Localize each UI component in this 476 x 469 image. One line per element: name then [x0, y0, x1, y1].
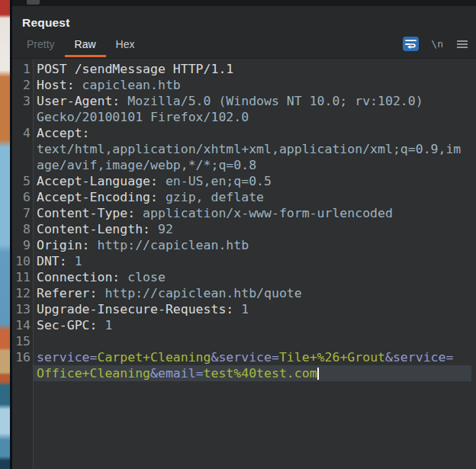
hamburger-glyph — [457, 40, 468, 49]
code-row: age/avif,image/webp,*/*;q=0.8 — [12, 157, 476, 173]
line-number: 6 — [12, 189, 34, 205]
burp-request-panel-screenshot: Request Pretty Raw Hex \n — [0, 0, 476, 469]
line-number: 11 — [12, 269, 34, 285]
code-text: Origin: http://capiclean.htb — [34, 237, 471, 253]
line-number: 5 — [12, 173, 34, 189]
line-number: 9 — [12, 237, 34, 253]
code-text: Upgrade-Insecure-Requests: 1 — [34, 301, 471, 317]
tab-hex[interactable]: Hex — [106, 31, 145, 57]
code-text — [34, 333, 471, 349]
code-row: 7Content-Type: application/x-www-form-ur… — [12, 205, 476, 221]
message-editor-tab-bar: Pretty Raw Hex \n — [12, 30, 476, 59]
code-text: age/avif,image/webp,*/*;q=0.8 — [34, 157, 471, 173]
code-text: text/html,application/xhtml+xml,applicat… — [34, 141, 471, 157]
code-row: Gecko/20100101 Firefox/102.0 — [12, 109, 476, 125]
line-number: 10 — [12, 253, 34, 269]
code-text: Sec-GPC: 1 — [34, 317, 471, 333]
code-area: 1POST /sendMessage HTTP/1.12Host: capicl… — [12, 61, 476, 381]
code-text: DNT: 1 — [34, 253, 471, 269]
text-caret — [317, 368, 319, 380]
raw-request-editor[interactable]: 1POST /sendMessage HTTP/1.12Host: capicl… — [12, 59, 476, 469]
background-page-sliver — [0, 0, 10, 469]
word-wrap-glyph — [405, 39, 416, 49]
line-number: 2 — [12, 77, 34, 93]
code-text: Accept-Encoding: gzip, deflate — [34, 189, 471, 205]
scroll-notch — [27, 0, 40, 5]
code-row: 13Upgrade-Insecure-Requests: 1 — [12, 301, 476, 317]
line-number: 1 — [12, 61, 34, 77]
tab-pretty[interactable]: Pretty — [17, 31, 65, 57]
code-row: 14Sec-GPC: 1 — [12, 317, 476, 333]
line-number: 12 — [12, 285, 34, 301]
code-row: 9Origin: http://capiclean.htb — [12, 237, 476, 253]
line-number: 15 — [12, 333, 34, 349]
code-row: 5Accept-Language: en-US,en;q=0.5 — [12, 173, 476, 189]
request-panel: Request Pretty Raw Hex \n — [12, 0, 476, 469]
code-text: Connection: close — [34, 269, 471, 285]
line-number: 13 — [12, 301, 34, 317]
code-text: Content-Type: application/x-www-form-url… — [34, 205, 471, 221]
code-row: 4Accept: — [12, 125, 476, 141]
line-number: 14 — [12, 317, 34, 333]
code-row: 6Accept-Encoding: gzip, deflate — [12, 189, 476, 205]
line-number — [12, 365, 34, 381]
line-number: 3 — [12, 93, 34, 109]
code-row: text/html,application/xhtml+xml,applicat… — [12, 141, 476, 157]
line-number: 7 — [12, 205, 34, 221]
line-number: 16 — [12, 349, 34, 365]
code-row: 15 — [12, 333, 476, 349]
editor-menu-icon[interactable] — [457, 40, 468, 49]
line-number — [12, 109, 34, 125]
code-text: Accept-Language: en-US,en;q=0.5 — [34, 173, 471, 189]
code-text: User-Agent: Mozilla/5.0 (Windows NT 10.0… — [34, 93, 471, 109]
code-text: POST /sendMessage HTTP/1.1 — [34, 61, 471, 77]
code-text: Office+Cleaning&email=test%40test.com — [34, 365, 471, 381]
line-number — [12, 157, 34, 173]
line-number — [12, 141, 34, 157]
code-row: Office+Cleaning&email=test%40test.com — [12, 365, 476, 381]
code-text: Referer: http://capiclean.htb/quote — [34, 285, 471, 301]
tab-raw[interactable]: Raw — [65, 31, 106, 57]
code-row: 8Content-Length: 92 — [12, 221, 476, 237]
code-row: 2Host: capiclean.htb — [12, 77, 476, 93]
line-number: 4 — [12, 125, 34, 141]
code-text: service=Carpet+Cleaning&service=Tile+%26… — [34, 349, 471, 365]
code-text: Accept: — [34, 125, 471, 141]
code-text: Host: capiclean.htb — [34, 77, 471, 93]
page-title: Request — [22, 16, 70, 29]
code-row: 10DNT: 1 — [12, 253, 476, 269]
word-wrap-toggle-icon[interactable] — [403, 37, 419, 51]
code-row: 3User-Agent: Mozilla/5.0 (Windows NT 10.… — [12, 93, 476, 109]
line-number: 8 — [12, 221, 34, 237]
panel-header: Request — [12, 6, 476, 30]
code-text: Content-Length: 92 — [34, 221, 471, 237]
code-text: Gecko/20100101 Firefox/102.0 — [34, 109, 471, 125]
panel-top-strip — [12, 0, 476, 6]
code-row: 16service=Carpet+Cleaning&service=Tile+%… — [12, 349, 476, 365]
code-row: 1POST /sendMessage HTTP/1.1 — [12, 61, 476, 77]
show-newlines-toggle[interactable]: \n — [431, 38, 443, 50]
code-row: 12Referer: http://capiclean.htb/quote — [12, 285, 476, 301]
code-row: 11Connection: close — [12, 269, 476, 285]
